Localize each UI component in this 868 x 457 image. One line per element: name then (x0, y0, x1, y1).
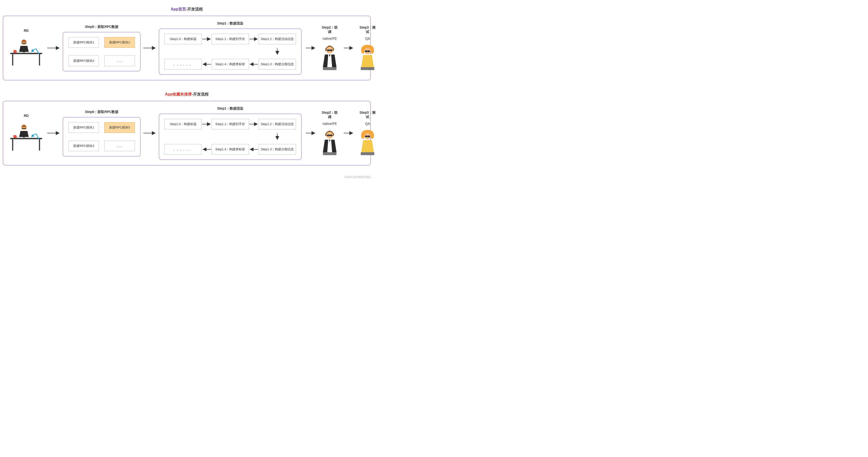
arrow-down-icon (258, 48, 296, 56)
arrow-right-icon (306, 45, 316, 51)
step1-group: Step1.0：构建标题 Step1.1：构建到手价 Step1.2：构建活动信… (159, 114, 302, 160)
rpc-module-box: 新建RPC模块1 (68, 37, 99, 48)
step1-node: Step1.0：构建标题 (164, 34, 202, 44)
svg-rect-59 (361, 152, 374, 155)
arrow-right-icon (344, 45, 353, 51)
arrow-left-icon (249, 62, 258, 67)
section-title-1: App收藏夹推荐-开发流程 (3, 92, 371, 97)
qa-person-icon (358, 129, 377, 156)
diagram-page: App首页-开发流程 RD (0, 0, 374, 180)
step1-node: Step1.0：构建标题 (164, 119, 202, 129)
rd-label: RD (24, 29, 29, 33)
rd-label: RD (24, 114, 29, 119)
svg-line-39 (36, 134, 38, 138)
arrow-right-icon (249, 122, 258, 127)
svg-rect-34 (10, 138, 42, 139)
svg-rect-20 (327, 50, 333, 51)
step0-label: Step0：获取RPC数据 (85, 25, 118, 30)
arrow-right-icon (49, 45, 59, 51)
svg-rect-5 (12, 54, 13, 65)
svg-line-9 (36, 49, 38, 53)
arrow-right-icon (145, 131, 155, 135)
section-title-suffix: -开发流程 (186, 7, 203, 11)
flow-row: RD (8, 21, 366, 75)
rpc-module-box-highlight: 新建RPC模块2 (104, 37, 135, 48)
rpc-module-box: …… (104, 56, 135, 66)
step3-column: Step3：测试 QA (358, 26, 377, 70)
step1-node: Step1.1：构建到手价 (212, 119, 249, 129)
step1-node: Step1.3：构建分期信息 (258, 59, 296, 70)
step0-grid: 新建RPC模块1 新建RPC模块5 新建RPC模块3 …… (68, 122, 135, 151)
svg-line-40 (33, 134, 36, 135)
step1-label: Step1：数据渲染 (217, 21, 243, 26)
rd-column: RD (8, 114, 44, 153)
step2-person-label: native/FE (322, 122, 337, 127)
native-fe-person-icon (320, 44, 339, 70)
rpc-module-box: 新建RPC模块3 (68, 141, 99, 151)
section-title-accent: App收藏夹推荐 (165, 92, 192, 96)
svg-rect-2 (20, 46, 28, 51)
step3-column: Step3：测试 QA (358, 110, 377, 156)
arrow-left-icon (202, 62, 212, 67)
arrow-left-icon (249, 147, 258, 152)
step1-column: Step1：数据渲染 Step1.0：构建标题 Step1.1：构建到手价 St… (159, 21, 302, 75)
qa-person-icon (358, 44, 377, 70)
flow-container-0: RD (3, 16, 371, 80)
step0-grid: 新建RPC模块1 新建RPC模块2 新建RPC模块3 …… (68, 37, 135, 66)
svg-rect-35 (12, 139, 13, 151)
step1-group: Step1.0：构建标题 Step1.1：构建到手价 Step1.2：构建活动信… (159, 29, 302, 75)
step2-label: Step2：联调 (320, 110, 339, 119)
arrow-down-icon (258, 133, 296, 141)
step3-label: Step3：测试 (358, 110, 377, 119)
flow-row: RD (8, 106, 366, 160)
rpc-module-box: …… (104, 141, 135, 151)
step2-person-label: native/FE (322, 37, 337, 41)
step0-column: Step0：获取RPC数据 新建RPC模块1 新建RPC模块5 新建RPC模块3… (63, 110, 141, 156)
arrow-right-icon (306, 131, 316, 135)
arrow-right-icon (145, 45, 155, 51)
arrow-right-icon (344, 131, 353, 135)
svg-rect-4 (10, 53, 42, 54)
step1-node: Step1.4：构建券标签 (212, 59, 249, 70)
step2-column: Step2：联调 native/FE (320, 26, 339, 70)
svg-rect-37 (13, 135, 16, 138)
native-fe-person-icon (320, 129, 339, 156)
step0-column: Step0：获取RPC数据 新建RPC模块1 新建RPC模块2 新建RPC模块3… (63, 25, 141, 71)
step1-grid: Step1.0：构建标题 Step1.1：构建到手价 Step1.2：构建活动信… (164, 34, 296, 70)
svg-rect-1 (22, 43, 26, 44)
arrow-right-icon (49, 131, 59, 135)
svg-rect-31 (22, 128, 26, 129)
step2-column: Step2：联调 native/FE (320, 110, 339, 156)
arrow-right-icon (202, 37, 212, 41)
step2-label: Step2：联调 (320, 26, 339, 34)
step1-node: Step1.2：构建活动信息 (258, 119, 296, 129)
step1-node: Step1.2：构建活动信息 (258, 34, 296, 44)
arrow-right-icon (202, 122, 212, 127)
svg-rect-7 (13, 50, 16, 53)
watermark: CSDN @转转技术团队 (344, 175, 371, 179)
step1-node: Step1.4：构建券标签 (212, 144, 249, 155)
step0-group: 新建RPC模块1 新建RPC模块2 新建RPC模块3 …… (63, 32, 141, 71)
flow-container-1: RD (3, 101, 371, 165)
svg-rect-29 (361, 67, 374, 70)
svg-rect-23 (323, 67, 337, 70)
section-title-suffix: -开发流程 (192, 92, 209, 96)
step1-node: Step1.3：构建分期信息 (258, 144, 296, 155)
arrow-right-icon (249, 37, 258, 41)
step1-column: Step1：数据渲染 Step1.0：构建标题 Step1.1：构建到手价 St… (159, 106, 302, 160)
rpc-module-box: 新建RPC模块1 (68, 122, 99, 133)
rpc-module-box: 新建RPC模块3 (68, 56, 99, 66)
rpc-module-box-highlight: 新建RPC模块5 (104, 122, 135, 133)
step3-person-label: QA (365, 122, 370, 127)
svg-rect-36 (39, 139, 40, 151)
svg-rect-53 (323, 152, 337, 155)
step0-group: 新建RPC模块1 新建RPC模块5 新建RPC模块3 …… (63, 117, 141, 156)
svg-rect-50 (327, 135, 333, 136)
section-title-0: App首页-开发流程 (3, 7, 371, 12)
svg-rect-3 (23, 51, 25, 52)
step1-node-ellipsis: 。。。。。。 (164, 59, 202, 70)
svg-line-10 (33, 49, 36, 50)
step1-label: Step1：数据渲染 (217, 106, 243, 111)
svg-rect-32 (20, 131, 28, 136)
section-title-accent: App首页 (171, 7, 186, 11)
